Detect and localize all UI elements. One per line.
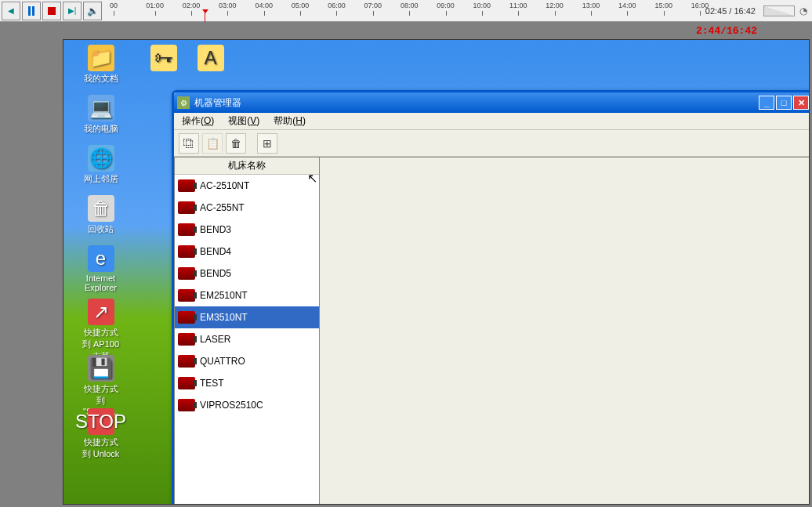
machine-icon <box>178 311 195 324</box>
icon-label: Internet Explorer <box>79 273 122 292</box>
list-item[interactable]: BEND3 <box>175 219 319 241</box>
desktop-icon[interactable]: 🗑回收站 <box>79 195 122 235</box>
tick: 03:00 <box>219 2 237 9</box>
desktop-icon[interactable]: 🌐网上邻居 <box>79 145 122 185</box>
keys-icon[interactable]: 🗝 <box>142 45 185 73</box>
tick: 05:00 <box>292 2 310 9</box>
copy-button[interactable]: ⿻ <box>179 133 199 154</box>
prev-icon: ◀ <box>8 6 14 15</box>
next-button[interactable]: ▶| <box>63 2 82 20</box>
titlebar[interactable]: ⚙ 机器管理器 _ □ ✕ <box>174 92 810 113</box>
machine-name: VIPROS2510C <box>200 400 263 411</box>
machine-name: EM2510NT <box>200 290 248 301</box>
speaker-button[interactable]: 🔈 <box>83 2 102 20</box>
machine-name: BEND4 <box>200 246 231 257</box>
close-button[interactable]: ✕ <box>793 96 809 110</box>
machine-name: AC-255NT <box>200 202 245 213</box>
list-item[interactable]: BEND4 <box>175 241 319 263</box>
maximize-button[interactable]: □ <box>776 96 792 110</box>
list-item[interactable]: VIPROS2510C <box>175 394 319 416</box>
stop-icon <box>48 7 56 15</box>
tick: 14:00 <box>618 2 636 9</box>
list-item[interactable]: BEND5 <box>175 263 319 284</box>
desktop-icon[interactable]: 📁我的文档 <box>79 45 122 85</box>
menu-item[interactable]: 帮助(H) <box>270 113 309 129</box>
properties-button[interactable]: ⊞ <box>257 133 277 154</box>
volume-slider[interactable] <box>763 5 795 16</box>
tick: 08:00 <box>401 2 419 9</box>
list-item[interactable]: EM3510NT <box>175 306 319 328</box>
machine-icon <box>178 223 195 236</box>
position-marker[interactable] <box>205 13 205 22</box>
list-item[interactable]: TEST <box>175 372 319 394</box>
machine-name: BEND5 <box>200 268 231 279</box>
desktop[interactable]: 📁我的文档💻我的电脑🌐网上邻居🗑回收站eInternet Explorer↗快捷… <box>63 39 810 505</box>
tick: 00 <box>110 2 118 9</box>
list-item[interactable]: AC-255NT <box>175 197 319 219</box>
minimize-button[interactable]: _ <box>759 96 774 110</box>
icon-label: 快捷方式 到 Unlock <box>79 436 122 460</box>
tick: 12:00 <box>546 2 564 9</box>
clock-icon: ◔ <box>799 5 807 16</box>
stop-button[interactable] <box>42 2 61 20</box>
icon-glyph: 🗑 <box>88 195 114 222</box>
desktop-icon[interactable]: 💻我的电脑 <box>79 95 122 135</box>
list-item[interactable]: QUATTRO <box>175 350 319 372</box>
app-icon: ⚙ <box>177 96 190 109</box>
tick: 01:00 <box>146 2 164 9</box>
icon-label: 网上邻居 <box>79 173 122 185</box>
menu-item[interactable]: 视图(V) <box>225 113 263 129</box>
icon-glyph: 💻 <box>88 95 114 121</box>
machine-icon <box>178 267 195 280</box>
pause-icon <box>28 6 34 16</box>
player-toolbar: ◀ ▶| 🔈 0001:0002:0003:0004:0005:0006:000… <box>0 0 812 22</box>
delete-button[interactable]: 🗑 <box>226 133 246 154</box>
machine-icon <box>178 355 195 368</box>
machine-list[interactable]: AC-2510NTAC-255NTBEND3BEND4BEND5EM2510NT… <box>175 175 319 505</box>
machine-name: BEND3 <box>200 224 231 235</box>
app-shortcut-icon[interactable]: A <box>189 45 232 73</box>
icon-label: 我的电脑 <box>79 123 122 135</box>
menubar: 操作(O)视图(V)帮助(H) <box>174 113 810 130</box>
window-title: 机器管理器 <box>194 96 759 110</box>
machine-icon <box>178 333 195 346</box>
list-item[interactable]: EM2510NT <box>175 284 319 306</box>
column-header[interactable]: 机床名称 <box>175 158 319 175</box>
machine-icon <box>178 179 195 192</box>
machine-name: EM3510NT <box>200 312 248 323</box>
icon-glyph: STOP <box>88 408 114 435</box>
icon-glyph: e <box>88 245 114 272</box>
machine-name: AC-2510NT <box>200 180 249 191</box>
machine-name: TEST <box>200 378 224 389</box>
prev-button[interactable]: ◀ <box>2 2 20 20</box>
tick: 02:00 <box>183 2 201 9</box>
list-item[interactable]: AC-2510NT <box>175 175 319 197</box>
tick: 07:00 <box>364 2 382 9</box>
paste-button: 📋 <box>202 133 223 154</box>
machine-name: LASER <box>200 334 230 345</box>
tick: 10:00 <box>473 2 491 9</box>
machine-icon <box>178 289 195 302</box>
toolbar: ⿻ 📋 🗑 ⊞ <box>174 130 810 157</box>
machine-name: QUATTRO <box>200 356 245 367</box>
pause-button[interactable] <box>22 2 41 20</box>
tick: 16:00 <box>691 2 709 9</box>
menu-item[interactable]: 操作(O) <box>179 113 217 129</box>
desktop-icon[interactable]: STOP快捷方式 到 Unlock <box>79 408 122 460</box>
app-window: ⚙ 机器管理器 _ □ ✕ 操作(O)视图(V)帮助(H) ↖ ⿻ 📋 🗑 ⊞ … <box>172 90 810 505</box>
tick: 15:00 <box>654 2 672 9</box>
icon-glyph: 📁 <box>88 45 114 71</box>
tick: 04:00 <box>255 2 273 9</box>
machine-icon <box>178 245 195 258</box>
overlay-timestamp: 2:44/16:42 <box>696 25 757 37</box>
machine-icon <box>178 399 195 411</box>
detail-pane <box>320 157 810 505</box>
list-item[interactable]: LASER <box>175 328 319 350</box>
desktop-icon[interactable]: eInternet Explorer <box>79 245 122 292</box>
desktop-icon[interactable]: ↗快捷方式 到 AP100 主菜 <box>79 299 122 362</box>
icon-glyph: 💾 <box>88 355 114 382</box>
timeline[interactable]: 0001:0002:0003:0004:0005:0006:0007:0008:… <box>110 2 691 20</box>
next-icon: ▶| <box>68 6 77 15</box>
desktop-icon[interactable]: 💾快捷方式 到 "Server... <box>79 355 122 416</box>
icon-label: 回收站 <box>79 223 122 235</box>
